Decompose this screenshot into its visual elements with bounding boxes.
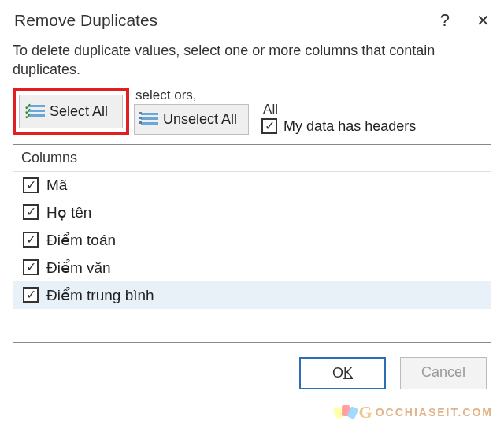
column-checkbox[interactable] [23, 259, 39, 275]
columns-list: MãHọ tênĐiểm toánĐiểm vănĐiểm trung bình [13, 172, 491, 309]
column-row[interactable]: Điểm toán [13, 226, 491, 254]
help-icon[interactable]: ? [440, 12, 450, 29]
column-checkbox[interactable] [23, 204, 39, 220]
unselect-all-icon [141, 111, 158, 127]
column-label: Mã [46, 177, 67, 194]
column-label: Điểm văn [46, 259, 111, 277]
my-data-has-headers[interactable]: My data has headers [261, 118, 416, 135]
unselect-all-label: Unselect All [163, 111, 237, 128]
select-all-label: Select All [50, 103, 108, 120]
column-checkbox[interactable] [23, 177, 39, 193]
column-row[interactable]: Họ tên [13, 199, 491, 226]
watermark-g: G [359, 402, 372, 423]
column-row[interactable]: Điểm văn [13, 254, 491, 281]
columns-panel: Columns MãHọ tênĐiểm toánĐiểm vănĐiểm tr… [13, 144, 491, 343]
select-all-highlight: Select All [13, 88, 129, 135]
select-all-icon [28, 103, 45, 119]
column-label: Điểm toán [46, 231, 116, 249]
remove-duplicates-dialog: Remove Duplicates ? ✕ To delete duplicat… [0, 0, 504, 402]
titlebar: Remove Duplicates ? ✕ [13, 8, 491, 38]
column-row[interactable]: Mã [13, 172, 491, 199]
watermark: G OCCHIASEIT.COM [335, 402, 493, 423]
headers-caption: All [261, 102, 416, 117]
column-checkbox[interactable] [23, 287, 39, 303]
cancel-button[interactable]: Cancel [400, 357, 487, 389]
select-all-button[interactable]: Select All [19, 95, 123, 128]
close-icon[interactable]: ✕ [476, 13, 490, 28]
unselect-caption: select ors, [134, 87, 249, 103]
column-label: Điểm trung bình [46, 286, 154, 304]
unselect-all-button[interactable]: Unselect All [134, 104, 249, 135]
unselect-all-group: select ors, Unselect All [134, 87, 249, 135]
watermark-text: OCCHIASEIT.COM [376, 406, 493, 419]
column-row[interactable]: Điểm trung bình [13, 281, 491, 309]
ok-button[interactable]: OK [299, 357, 386, 389]
instructions-text: To delete duplicate values, select one o… [13, 41, 491, 80]
titlebar-controls: ? ✕ [440, 12, 490, 29]
watermark-logo-icon [335, 402, 356, 423]
columns-header: Columns [13, 145, 491, 172]
column-checkbox[interactable] [23, 232, 39, 248]
toolbar: Select All select ors, Unselect All All … [13, 87, 491, 135]
headers-checkbox[interactable] [261, 118, 277, 134]
headers-label: My data has headers [284, 118, 416, 135]
dialog-title: Remove Duplicates [14, 11, 158, 30]
column-label: Họ tên [46, 203, 91, 222]
headers-group: All My data has headers [261, 102, 416, 135]
dialog-footer: OK Cancel [13, 357, 491, 389]
